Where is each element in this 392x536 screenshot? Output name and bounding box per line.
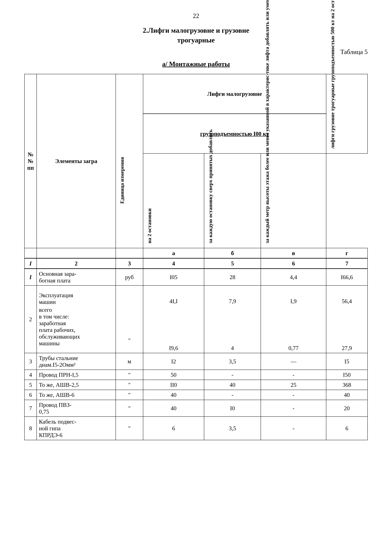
table-label: Таблица 5 — [24, 48, 368, 56]
row-b: 40 — [204, 380, 261, 390]
row-num: I — [24, 269, 37, 286]
row-v: - — [261, 370, 326, 380]
header-col-6: 6 — [261, 258, 326, 269]
header-letter-b: б — [204, 248, 261, 258]
row-element: Провод ПВЗ-0,75 — [37, 400, 116, 417]
header-col4-rotated: на 2 остановки — [143, 154, 204, 248]
row-v: - — [261, 400, 326, 417]
header-col5-rotated: за каждую остановку сверх принятых добав… — [204, 154, 261, 248]
row-unit: " — [116, 380, 143, 390]
row-element: Кабель подвес-ной гипаКПРДЭ-6 — [37, 417, 116, 440]
header-element: Элементы загра — [37, 74, 116, 248]
header-col-5: 5 — [204, 258, 261, 269]
row-unit: " — [116, 390, 143, 400]
main-table: №№пп Элементы загра Единица измерения Ли… — [24, 74, 368, 440]
header-col6-rotated: за каждый метр высоты этажа более или ме… — [261, 154, 326, 248]
header-col-I: I — [24, 258, 37, 269]
header-col-III: 3 — [116, 258, 143, 269]
row-g: I5 — [326, 353, 368, 370]
header-group-label: Лифги малогрузовне — [143, 74, 326, 114]
row-g: 56,427,9 — [326, 286, 368, 353]
header-group-sublabel: грузоподъемностью I00 кт — [143, 114, 326, 154]
table-row: 8 Кабель подвес-ной гипаКПРДЭ-6 " 6 3,5 … — [24, 417, 368, 440]
row-g: 20 — [326, 400, 368, 417]
row-unit: " — [116, 417, 143, 440]
table-row: 5 То же, АШВ-2,5 " II0 40 25 368 — [24, 380, 368, 390]
page-number: 22 — [24, 12, 368, 19]
header-unit: Единица измерения — [116, 74, 143, 248]
header-blank2 — [37, 248, 116, 258]
row-a: I2 — [143, 353, 204, 370]
header-col7-rotated: лифги грузовне трогуарные грузоподъемнос… — [326, 74, 368, 154]
row-g: 6 — [326, 417, 368, 440]
row-v: - — [261, 417, 326, 440]
row-b: 3,5 — [204, 417, 261, 440]
section-title: а/ Монтажные работы — [24, 60, 368, 68]
row-a: 50 — [143, 370, 204, 380]
header-col-7: 7 — [326, 258, 368, 269]
row-b: 28 — [204, 269, 261, 286]
row-unit: " — [116, 400, 143, 417]
row-b: 3,5 — [204, 353, 261, 370]
row-b: - — [204, 390, 261, 400]
table-row: I Основная зара-богная плата руб I05 28 … — [24, 269, 368, 286]
row-g: 368 — [326, 380, 368, 390]
table-row: 4 Провод ПРН-I,5 " 50 - - I50 — [24, 370, 368, 380]
row-num: 7 — [24, 400, 37, 417]
row-element: Трубы стальниедиам.I5-2Омм² — [37, 353, 116, 370]
row-num: 3 — [24, 353, 37, 370]
row-num: 5 — [24, 380, 37, 390]
main-title: 2.Лифги малогрузовне и грузовне трогуарн… — [24, 26, 368, 45]
header-letter-g: г — [326, 248, 368, 258]
table-row: 6 То же, АШВ-6 " 40 - - 40 — [24, 390, 368, 400]
row-b: 7,94 — [204, 286, 261, 353]
row-unit: " — [116, 286, 143, 353]
row-a: II0 — [143, 380, 204, 390]
header-letter-a: а — [143, 248, 204, 258]
row-element: Эксплуатациямашин всего в том числе: зар… — [37, 286, 116, 353]
row-v: 25 — [261, 380, 326, 390]
header-blank1 — [24, 248, 37, 258]
row-element: То же, АШВ-6 — [37, 390, 116, 400]
row-v: I,90,77 — [261, 286, 326, 353]
table-row: 2 Эксплуатациямашин всего в том числе: з… — [24, 286, 368, 353]
row-a: 40 — [143, 400, 204, 417]
row-v: — — [261, 353, 326, 370]
header-col-4: 4 — [143, 258, 204, 269]
row-a: 6 — [143, 417, 204, 440]
row-unit: " — [116, 370, 143, 380]
row-element: Основная зара-богная плата — [37, 269, 116, 286]
row-num: 6 — [24, 390, 37, 400]
table-row: 3 Трубы стальниедиам.I5-2Омм² м I2 3,5 —… — [24, 353, 368, 370]
header-blank3 — [116, 248, 143, 258]
row-a: 4I,II9,6 — [143, 286, 204, 353]
table-row: 7 Провод ПВЗ-0,75 " 40 I0 - 20 — [24, 400, 368, 417]
row-unit: руб — [116, 269, 143, 286]
row-num: 8 — [24, 417, 37, 440]
row-num: 4 — [24, 370, 37, 380]
row-v: - — [261, 390, 326, 400]
row-num: 2 — [24, 286, 37, 353]
row-element: То же, АШВ-2,5 — [37, 380, 116, 390]
row-b: I0 — [204, 400, 261, 417]
row-g: 40 — [326, 390, 368, 400]
row-element: Провод ПРН-I,5 — [37, 370, 116, 380]
row-a: I05 — [143, 269, 204, 286]
header-col-II: 2 — [37, 258, 116, 269]
row-v: 4,4 — [261, 269, 326, 286]
row-g: I50 — [326, 370, 368, 380]
row-unit: м — [116, 353, 143, 370]
row-g: I66,6 — [326, 269, 368, 286]
row-b: - — [204, 370, 261, 380]
header-num: №№пп — [24, 74, 37, 248]
header-letter-v: в — [261, 248, 326, 258]
row-a: 40 — [143, 390, 204, 400]
